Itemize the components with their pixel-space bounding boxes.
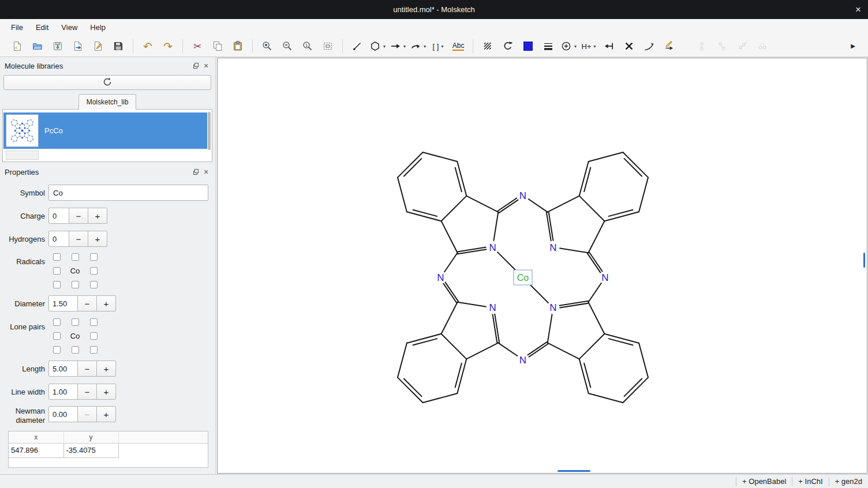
zoom-original-button[interactable]: 1 bbox=[298, 37, 317, 55]
bracket-tool-button[interactable]: [ ]▾ bbox=[429, 37, 447, 55]
radical-checkbox[interactable] bbox=[72, 281, 79, 288]
molecule-thumbnail bbox=[6, 114, 39, 147]
export-file-button[interactable] bbox=[69, 37, 87, 55]
bracket-tool-glyph: [ ] bbox=[433, 43, 439, 50]
window-close-button[interactable]: × bbox=[855, 0, 861, 19]
length-increment-button[interactable]: + bbox=[96, 361, 116, 377]
hydrogens-value-input[interactable] bbox=[48, 231, 69, 247]
curved-arrow-tool-button[interactable]: ▾ bbox=[409, 37, 427, 55]
radical-checkbox[interactable] bbox=[90, 267, 98, 275]
symbol-input[interactable] bbox=[48, 185, 208, 201]
dock-splitter[interactable] bbox=[215, 57, 216, 474]
hatch-tool-button[interactable] bbox=[478, 37, 497, 55]
drawing-canvas[interactable]: NNNNNNNNCo bbox=[217, 58, 867, 474]
lone-pair-checkbox[interactable] bbox=[72, 318, 79, 326]
hydrogens-decrement-button[interactable]: − bbox=[69, 231, 88, 247]
close-panel-icon[interactable]: × bbox=[201, 167, 211, 177]
menu-help[interactable]: Help bbox=[84, 19, 112, 36]
length-value-input[interactable] bbox=[48, 361, 78, 377]
window-title: untitled.mol* - Molsketch bbox=[393, 5, 475, 14]
menu-edit[interactable]: Edit bbox=[29, 19, 55, 36]
open-file-button[interactable] bbox=[28, 37, 47, 55]
rotate-tool-button[interactable] bbox=[499, 37, 517, 55]
canvas-vertical-scroll-handle[interactable] bbox=[863, 253, 865, 268]
lone-pair-checkbox[interactable] bbox=[72, 346, 79, 354]
dropdown-arrow-icon[interactable]: ▾ bbox=[403, 44, 406, 49]
diameter-value-input[interactable] bbox=[48, 295, 78, 311]
rotate-icon bbox=[502, 40, 514, 52]
newman-diameter-increment-button[interactable]: + bbox=[96, 406, 116, 422]
zoom-1-icon: 1 bbox=[302, 40, 313, 52]
radical-checkbox[interactable] bbox=[53, 253, 61, 261]
toolbar-overflow-button[interactable]: ▶ bbox=[844, 37, 862, 55]
charge-value-input[interactable] bbox=[48, 208, 69, 224]
lone-pair-checkbox[interactable] bbox=[53, 332, 61, 340]
dropdown-arrow-icon[interactable]: ▾ bbox=[383, 44, 386, 49]
save-file-button[interactable] bbox=[109, 37, 128, 55]
coord-cell-y[interactable]: -35.4075 bbox=[63, 443, 118, 457]
refresh-library-button[interactable] bbox=[3, 75, 211, 90]
radical-checkbox[interactable] bbox=[72, 253, 79, 261]
dropdown-arrow-icon[interactable]: ▾ bbox=[594, 44, 596, 49]
paste-button[interactable] bbox=[229, 37, 247, 55]
zoom-out-button[interactable] bbox=[278, 37, 297, 55]
radical-checkbox[interactable] bbox=[90, 281, 98, 288]
dropdown-arrow-icon[interactable]: ▾ bbox=[424, 44, 426, 49]
dropdown-arrow-icon[interactable]: ▾ bbox=[441, 44, 443, 49]
line-width-value-input[interactable] bbox=[48, 384, 78, 400]
charge-increment-button[interactable]: + bbox=[88, 208, 107, 224]
charge-decrement-button[interactable]: − bbox=[69, 208, 88, 224]
diameter-decrement-button[interactable]: − bbox=[77, 295, 97, 311]
hydrogens-increment-button[interactable]: + bbox=[88, 231, 107, 247]
radical-checkbox[interactable] bbox=[53, 281, 61, 288]
arrow-tool-button[interactable]: ▾ bbox=[388, 37, 407, 55]
charges-tool-button bbox=[733, 37, 751, 55]
menu-file[interactable]: File bbox=[5, 19, 29, 36]
lone-pair-checkbox[interactable] bbox=[90, 318, 98, 326]
dropdown-arrow-icon[interactable]: ▾ bbox=[574, 44, 577, 49]
diameter-increment-button[interactable]: + bbox=[96, 295, 116, 311]
close-panel-icon[interactable]: × bbox=[201, 61, 211, 70]
library-scrollbar[interactable] bbox=[208, 112, 211, 150]
ring-tool-button[interactable]: ▾ bbox=[368, 37, 387, 55]
library-item-pcco[interactable]: PcCo bbox=[3, 112, 207, 149]
redo-button[interactable]: ↷ bbox=[159, 37, 177, 55]
lone-pair-checkbox[interactable] bbox=[90, 346, 98, 354]
menu-view[interactable]: View bbox=[55, 19, 84, 36]
text-tool-button[interactable]: Abc bbox=[449, 37, 467, 55]
copy-button[interactable] bbox=[208, 37, 227, 55]
radical-checkbox[interactable] bbox=[53, 267, 61, 275]
hydrogen-tool-button[interactable]: H+▾ bbox=[579, 37, 598, 55]
electron-flow-tool-button[interactable] bbox=[600, 37, 618, 55]
float-panel-icon[interactable] bbox=[190, 167, 201, 177]
hydrogens-row: Hydrogens − + bbox=[0, 231, 214, 247]
line-width-increment-button[interactable]: + bbox=[96, 384, 116, 400]
lone-pair-checkbox[interactable] bbox=[53, 346, 61, 354]
undo-button[interactable]: ↶ bbox=[139, 37, 157, 55]
import-file-button[interactable] bbox=[48, 37, 67, 55]
delete-tool-button[interactable] bbox=[620, 37, 638, 55]
edit-source-button[interactable] bbox=[89, 37, 107, 55]
cut-button[interactable]: ✂ bbox=[188, 37, 207, 55]
radical-checkbox[interactable] bbox=[90, 253, 98, 261]
newman-diameter-value-input[interactable] bbox=[48, 406, 78, 422]
charge-tool-button[interactable]: ▾ bbox=[559, 37, 578, 55]
color-picker-button[interactable] bbox=[519, 37, 537, 55]
lone-pair-checkbox[interactable] bbox=[53, 318, 61, 326]
mechanism-arrow-tool-button[interactable] bbox=[640, 37, 659, 55]
length-decrement-button[interactable]: − bbox=[77, 361, 97, 377]
zoom-in-button[interactable] bbox=[258, 37, 276, 55]
library-item-partial[interactable] bbox=[6, 151, 39, 160]
charge-row: Charge − + bbox=[0, 208, 214, 224]
zoom-fit-button[interactable] bbox=[319, 37, 337, 55]
line-width-tool-button[interactable] bbox=[539, 37, 558, 55]
new-file-button[interactable] bbox=[8, 37, 27, 55]
library-tab-molsketch-lib[interactable]: Molsketch_lib bbox=[78, 94, 136, 110]
draw-bond-tool-button[interactable] bbox=[348, 37, 366, 55]
float-panel-icon[interactable] bbox=[190, 61, 201, 70]
line-width-decrement-button[interactable]: − bbox=[77, 384, 97, 400]
reaction-arrow-tool-button[interactable] bbox=[660, 37, 679, 55]
canvas-horizontal-scroll-handle[interactable] bbox=[558, 470, 590, 472]
coord-cell-x[interactable]: 547.896 bbox=[9, 443, 63, 457]
lone-pair-checkbox[interactable] bbox=[90, 332, 98, 340]
